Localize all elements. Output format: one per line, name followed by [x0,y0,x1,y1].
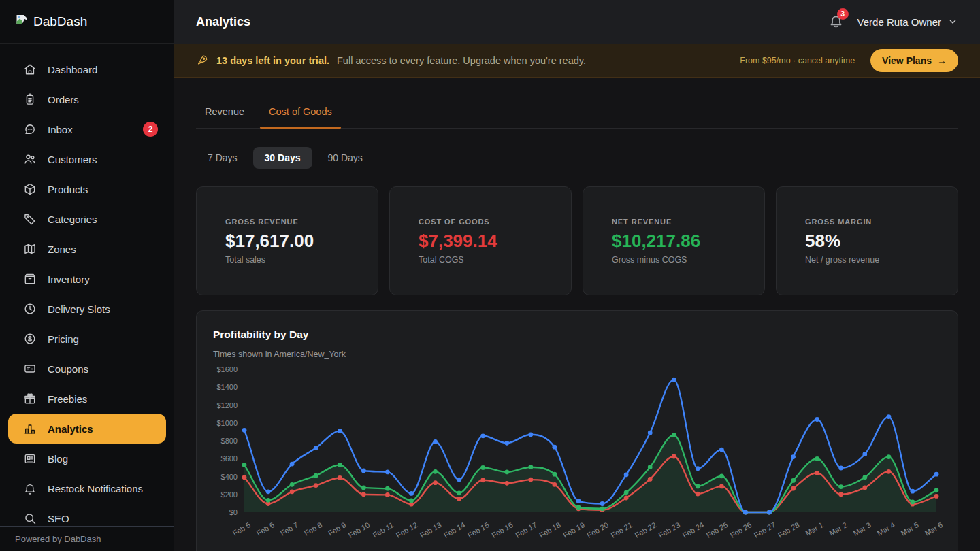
sidebar-item-inventory[interactable]: Inventory [8,264,166,294]
tab-bar: RevenueCost of Goods [196,78,958,129]
svg-text:Feb 20: Feb 20 [585,520,610,539]
stat-label: GROSS MARGIN [805,218,958,226]
news-icon [23,452,37,465]
svg-text:Mar 5: Mar 5 [900,520,920,537]
sidebar-item-label: Inbox [48,124,73,135]
svg-text:Feb 14: Feb 14 [442,520,467,539]
range-90-days[interactable]: 90 Days [316,147,374,169]
topbar-right: 3 Verde Ruta Owner [828,13,958,31]
sidebar-item-label: Dashboard [48,64,97,76]
sidebar-item-label: Delivery Slots [48,303,110,315]
sidebar-item-label: SEO [48,513,69,524]
sidebar: DabDash DashboardOrdersInbox2CustomersPr… [0,0,174,551]
sidebar-item-analytics[interactable]: Analytics [8,414,166,444]
svg-text:$1400: $1400 [216,383,238,391]
sidebar-item-delivery-slots[interactable]: Delivery Slots [8,294,166,324]
notifications-badge: 3 [837,8,849,20]
svg-text:Feb 15: Feb 15 [466,520,491,539]
content-area: RevenueCost of Goods 7 Days30 Days90 Day… [174,78,980,551]
sidebar-item-categories[interactable]: Categories [8,204,166,234]
tab-cost-of-goods[interactable]: Cost of Goods [260,106,341,128]
sidebar-item-dashboard[interactable]: Dashboard [8,54,166,84]
map-icon [23,242,37,256]
tab-revenue[interactable]: Revenue [196,106,253,128]
sidebar-item-label: Customers [48,154,97,165]
page-title: Analytics [196,15,250,29]
sidebar-nav: DashboardOrdersInbox2CustomersProductsCa… [0,44,174,533]
svg-text:Feb 25: Feb 25 [705,520,730,539]
view-plans-label: View Plans [882,55,932,66]
svg-text:$400: $400 [221,473,238,481]
sidebar-item-label: Products [48,184,88,195]
arrow-right-icon: → [937,55,947,66]
inbox-unread-badge: 2 [143,122,158,137]
svg-text:Feb 9: Feb 9 [327,520,347,537]
svg-text:$200: $200 [221,490,238,499]
svg-text:Feb 17: Feb 17 [514,520,538,539]
svg-text:Feb 23: Feb 23 [657,520,682,539]
sidebar-item-label: Analytics [48,423,93,435]
svg-text:$1000: $1000 [216,419,238,427]
sidebar-item-label: Coupons [48,363,88,375]
bell-icon [23,482,37,495]
svg-text:Mar 1: Mar 1 [804,520,824,537]
sidebar-item-label: Categories [48,214,97,225]
svg-text:Feb 26: Feb 26 [729,520,753,539]
stat-sub: Total sales [225,255,378,265]
range-7-days[interactable]: 7 Days [196,147,249,169]
svg-text:Feb 21: Feb 21 [609,520,634,539]
svg-text:$1200: $1200 [216,401,238,410]
trial-message: Full access to every feature. Upgrade wh… [337,55,586,66]
stat-label: GROSS REVENUE [225,218,378,226]
rocket-icon [196,54,209,67]
stat-label: NET REVENUE [612,218,764,226]
sidebar-item-zones[interactable]: Zones [8,234,166,264]
sidebar-item-orders[interactable]: Orders [8,84,166,114]
sidebar-item-blog[interactable]: Blog [8,444,166,473]
svg-text:$800: $800 [221,437,238,445]
stat-value: $10,217.86 [612,231,764,252]
svg-text:Feb 22: Feb 22 [634,520,658,539]
tag-icon [23,212,37,226]
stat-card-gross-revenue: GROSS REVENUE$17,617.00Total sales [196,186,378,295]
sidebar-item-label: Zones [48,244,76,255]
svg-text:Feb 5: Feb 5 [231,520,252,537]
chart-title: Profitability by Day [213,329,941,341]
svg-text:Feb 28: Feb 28 [777,520,801,539]
notifications-button[interactable]: 3 [828,13,844,31]
range-selector: 7 Days30 Days90 Days [196,147,958,169]
sidebar-item-restock-notifications[interactable]: Restock Notifications [8,473,166,503]
clipboard-icon [23,93,37,106]
powered-by-text: Powered by DabDash [15,534,101,544]
svg-text:Feb 11: Feb 11 [371,520,395,539]
svg-text:Feb 7: Feb 7 [279,520,299,537]
svg-text:Mar 2: Mar 2 [828,520,848,537]
svg-text:$1600: $1600 [216,366,238,373]
sidebar-item-freebies[interactable]: Freebies [8,384,166,414]
card-icon [23,362,37,375]
home-icon [23,63,37,76]
broken-image-icon [15,13,29,30]
sidebar-item-products[interactable]: Products [8,174,166,204]
stat-sub: Total COGS [419,255,571,265]
chart-card: Profitability by Day Times shown in Amer… [196,310,958,551]
svg-text:Mar 4: Mar 4 [876,520,896,537]
sidebar-item-inbox[interactable]: Inbox2 [8,114,166,144]
view-plans-button[interactable]: View Plans → [870,49,958,72]
stat-value: 58% [805,231,958,252]
sidebar-item-pricing[interactable]: Pricing [8,324,166,354]
users-icon [23,152,37,166]
svg-text:Feb 18: Feb 18 [538,520,562,539]
chevron-down-icon [947,16,958,27]
trial-headline: 13 days left in your trial. [216,55,329,66]
logo[interactable]: DabDash [0,0,174,44]
stat-value: $17,617.00 [225,231,378,252]
sidebar-item-coupons[interactable]: Coupons [8,354,166,384]
sidebar-item-customers[interactable]: Customers [8,144,166,174]
user-menu[interactable]: Verde Ruta Owner [858,16,958,28]
sidebar-item-label: Orders [48,94,79,105]
stat-sub: Gross minus COGS [612,255,764,265]
cube-icon [23,182,37,196]
sidebar-item-label: Freebies [48,393,87,405]
range-30-days[interactable]: 30 Days [253,147,312,169]
